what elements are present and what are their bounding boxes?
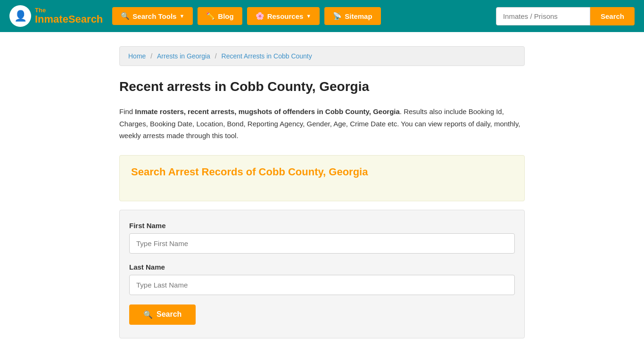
search-form-button[interactable]: 🔍 Search bbox=[129, 304, 196, 325]
search-form-icon: 🔍 bbox=[143, 310, 153, 319]
description: Find Inmate rosters, recent arrests, mug… bbox=[119, 106, 525, 142]
resources-button[interactable]: 🌸 Resources ▼ bbox=[247, 7, 320, 25]
navbar-search-label: Search bbox=[601, 12, 624, 20]
last-name-group: Last Name bbox=[129, 263, 515, 295]
breadcrumb-sep1: / bbox=[150, 52, 154, 60]
search-tools-icon: 🔍 bbox=[121, 12, 130, 20]
search-section-title: Search Arrest Records of Cobb County, Ge… bbox=[131, 166, 513, 178]
blog-button[interactable]: ✏️ Blog bbox=[198, 7, 242, 25]
form-area: First Name Last Name 🔍 Search bbox=[119, 210, 525, 338]
page-title: Recent arrests in Cobb County, Georgia bbox=[119, 79, 525, 94]
main-content: Home / Arrests in Georgia / Recent Arres… bbox=[110, 46, 534, 338]
first-name-input[interactable] bbox=[129, 233, 515, 254]
blog-icon: ✏️ bbox=[206, 12, 215, 20]
logo-box: 👤 bbox=[9, 5, 31, 27]
resources-label: Resources bbox=[267, 12, 304, 20]
first-name-group: First Name bbox=[129, 222, 515, 254]
breadcrumb-current[interactable]: Recent Arrests in Cobb County bbox=[222, 52, 312, 60]
last-name-label: Last Name bbox=[129, 263, 515, 271]
search-section: Search Arrest Records of Cobb County, Ge… bbox=[119, 155, 525, 201]
search-form-label: Search bbox=[157, 310, 182, 319]
logo-inmate: Inmate bbox=[35, 13, 68, 25]
breadcrumb-sep2: / bbox=[215, 52, 219, 60]
blog-label: Blog bbox=[218, 12, 233, 20]
resources-icon: 🌸 bbox=[256, 12, 264, 20]
navbar-search-button[interactable]: Search bbox=[590, 7, 635, 25]
last-name-input[interactable] bbox=[129, 275, 515, 295]
logo-search: Search bbox=[68, 13, 103, 25]
search-tools-button[interactable]: 🔍 Search Tools ▼ bbox=[112, 7, 193, 25]
search-tools-caret: ▼ bbox=[179, 13, 184, 19]
logo-the: The bbox=[35, 7, 103, 14]
sitemap-button[interactable]: 📡 Sitemap bbox=[324, 7, 380, 25]
logo-link[interactable]: 👤 The InmateSearch bbox=[9, 5, 103, 27]
description-intro: Find bbox=[119, 107, 135, 115]
sitemap-icon: 📡 bbox=[333, 12, 342, 20]
navbar: 👤 The InmateSearch 🔍 Search Tools ▼ ✏️ B… bbox=[0, 0, 644, 32]
breadcrumb: Home / Arrests in Georgia / Recent Arres… bbox=[119, 46, 525, 66]
logo-icon: 👤 bbox=[14, 10, 27, 22]
navbar-search-bar: Search bbox=[496, 7, 635, 25]
first-name-label: First Name bbox=[129, 222, 515, 230]
breadcrumb-arrests-georgia[interactable]: Arrests in Georgia bbox=[157, 52, 210, 60]
sitemap-label: Sitemap bbox=[345, 12, 372, 20]
breadcrumb-home[interactable]: Home bbox=[128, 52, 146, 60]
logo-text: The InmateSearch bbox=[35, 7, 103, 25]
navbar-search-input[interactable] bbox=[496, 7, 590, 25]
search-tools-label: Search Tools bbox=[132, 12, 176, 20]
description-bold: Inmate rosters, recent arrests, mugshots… bbox=[135, 107, 400, 115]
resources-caret: ▼ bbox=[306, 13, 311, 19]
